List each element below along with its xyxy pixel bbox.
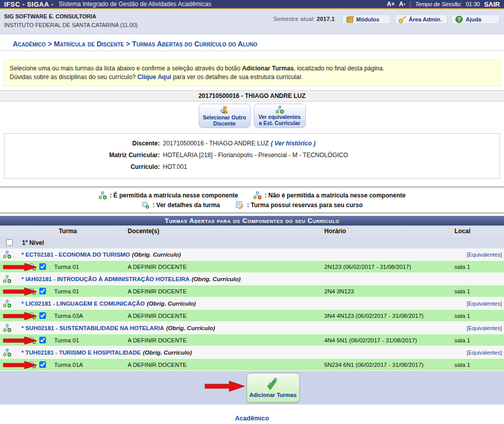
select-level-checkbox[interactable]	[6, 239, 13, 246]
class-local: sala 1	[454, 264, 504, 270]
class-select-checkbox[interactable]	[39, 337, 46, 343]
class-local: sala 1	[454, 362, 504, 368]
class-local: sala 1	[454, 313, 504, 319]
breadcrumb: Acadêmico > Matrícula de Discente > Turm…	[0, 38, 504, 51]
person-search-icon	[220, 106, 229, 114]
student-header-band: 201710500016 - THIAGO ANDRE LUZ	[0, 90, 504, 102]
component-allowed-icon	[3, 275, 11, 283]
class-docente: A DEFINIR DOCENTE	[128, 313, 324, 319]
component-allowed-icon	[3, 348, 11, 357]
class-select-checkbox[interactable]	[39, 361, 46, 368]
key-icon	[398, 15, 406, 23]
divider: |	[410, 1, 411, 8]
class-horario: 2N4 3N123	[324, 288, 454, 294]
session-timer-value: 01:30	[466, 1, 480, 7]
course-row: * TUH02181 - TURISMO E HOSPITALIDADE (Ob…	[0, 346, 504, 359]
font-decrease-button[interactable]: A-	[399, 1, 405, 8]
table-footer-band: Adicionar Turmas	[0, 371, 504, 405]
student-details-box: Discente: 201710500016 - THIAGO ANDRE LU…	[4, 133, 500, 179]
course-title-link[interactable]: * LIC02181 - LINGUAGEM E COMUNICAÇÃO	[21, 301, 145, 307]
action-buttons-row: Selecionar OutroDiscente Ver equivalente…	[0, 104, 504, 128]
font-increase-button[interactable]: A+	[387, 1, 395, 8]
class-select-checkbox[interactable]	[39, 288, 46, 294]
class-turma: Turma 01	[51, 288, 128, 294]
course-title-link[interactable]: * IAH02181 - INTRODUÇÃO À ADMINISTRAÇÃO …	[21, 276, 189, 282]
instructions-box: Selecione uma ou mais turmas da lista ab…	[3, 60, 501, 86]
course-title-link[interactable]: * ECT02181 - ECONOMIA DO TURISMO	[21, 252, 130, 258]
col-docentes: Docente(s)	[128, 228, 324, 235]
reserved-class-icon	[235, 201, 244, 209]
legend-line2: : Ver detalhes da turma : Turma possui r…	[0, 200, 504, 210]
class-select-checkbox[interactable]	[39, 263, 46, 270]
select-other-student-button[interactable]: Selecionar OutroDiscente	[199, 104, 251, 128]
component-allowed-icon	[3, 324, 11, 332]
equivalents-link[interactable]: [Equivalentes]	[467, 350, 502, 356]
class-docente: A DEFINIR DOCENTE	[128, 288, 324, 294]
red-arrow-annotation	[3, 287, 38, 296]
instructions-line2: Dúvidas sobre as disciplinas do seu curr…	[10, 73, 494, 82]
red-arrow-annotation	[3, 361, 38, 369]
modules-button[interactable]: Módulos	[342, 14, 391, 24]
class-horario: 2N123 (06/02/2017 - 31/08/2017)	[324, 264, 454, 270]
class-row: Turma 01A A DEFINIR DOCENTE 5N234 6N1 (0…	[0, 359, 504, 371]
detail-row-curriculo: Currículo: HOT.001	[5, 161, 499, 173]
red-arrow-annotation	[3, 312, 38, 320]
system-name: Sistema Integrado de Gestão de Atividade…	[59, 1, 211, 8]
class-row: Turma 01 A DEFINIR DOCENTE 2N4 3N123 sal…	[0, 285, 504, 297]
academico-link[interactable]: Acadêmico	[235, 415, 269, 422]
ver-historico-link[interactable]: ( Ver histórico )	[271, 138, 316, 149]
top-bar: IFSC - SIGAA - Sistema Integrado de Gest…	[0, 0, 504, 9]
help-icon	[455, 15, 463, 23]
help-button[interactable]: Ajuda	[451, 14, 500, 24]
course-title-link[interactable]: * SUH02181 - SUSTENTABILIDADE NA HOTELAR…	[21, 325, 164, 331]
red-arrow-annotation	[205, 381, 246, 392]
class-row: Turma 01 A DEFINIR DOCENTE 2N123 (06/02/…	[0, 261, 504, 273]
breadcrumb-trail[interactable]: Acadêmico > Matrícula de Discente > Turm…	[13, 40, 257, 48]
admin-area-button[interactable]: Área Admin.	[395, 14, 447, 24]
class-local: sala 1	[454, 288, 504, 294]
legend-line1: : É permitida a matrícula nesse componen…	[0, 190, 504, 200]
class-turma: Turma 01	[51, 337, 128, 343]
class-docente: A DEFINIR DOCENTE	[128, 264, 324, 270]
open-classes-table: Turmas Abertas para os Componentes do se…	[0, 216, 504, 405]
component-allowed-icon	[3, 251, 11, 259]
class-docente: A DEFINIR DOCENTE	[128, 362, 324, 368]
clique-aqui-link[interactable]: Clique Aqui	[137, 73, 171, 81]
table-header-row: Turma Docente(s) Horário Local	[0, 226, 504, 237]
table-caption: Turmas Abertas para os Componentes do se…	[0, 216, 504, 226]
equivalents-link[interactable]: [Equivalentes]	[467, 325, 502, 331]
course-row: * SUH02181 - SUSTENTABILIDADE NA HOTELAR…	[0, 322, 504, 334]
class-horario: 5N234 6N1 (06/02/2017 - 31/08/2017)	[324, 362, 454, 368]
divider	[0, 212, 504, 214]
class-horario: 4N4 5N1 (06/02/2017 - 31/08/2017)	[324, 337, 454, 343]
modules-box-icon	[346, 15, 354, 23]
matricula-not-allowed-icon	[253, 191, 261, 199]
course-title-link[interactable]: * TUH02181 - TURISMO E HOSPITALIDADE	[21, 350, 141, 356]
instructions-line1: Selecione uma ou mais turmas da lista ab…	[10, 64, 494, 73]
institution-name: SIG SOFTWARE E. CONSULTORIA	[4, 13, 137, 19]
detail-row-discente: Discente: 201710500016 - THIAGO ANDRE LU…	[5, 138, 499, 149]
matricula-allowed-icon	[99, 191, 107, 199]
class-docente: A DEFINIR DOCENTE	[128, 337, 324, 343]
red-arrow-annotation	[3, 263, 38, 271]
class-local: sala 1	[454, 337, 504, 343]
equivalents-link[interactable]: [Equivalentes]	[467, 252, 502, 258]
logout-button[interactable]: SAIR	[484, 1, 500, 8]
component-allowed-icon	[3, 300, 11, 308]
current-semester: Semestre atual: 2017.1	[273, 16, 334, 22]
equivalents-link[interactable]: [Equivalentes]	[467, 301, 502, 307]
course-row: * LIC02181 - LINGUAGEM E COMUNICAÇÃO (Ob…	[0, 297, 504, 310]
course-row: * ECT02181 - ECONOMIA DO TURISMO (Obrig.…	[0, 248, 504, 261]
adicionar-turmas-button[interactable]: Adicionar Turmas	[247, 373, 300, 403]
course-row: * IAH02181 - INTRODUÇÃO À ADMINISTRAÇÃO …	[0, 273, 504, 285]
double-check-icon	[266, 378, 280, 391]
class-turma: Turma 01A	[51, 362, 128, 368]
session-timer-label: Tempo de Sessão:	[415, 1, 462, 7]
component-equivalents-icon	[276, 106, 284, 114]
class-select-checkbox[interactable]	[39, 312, 46, 319]
col-turma: Turma	[51, 228, 128, 235]
institution-campus: INSTITUTO FEDERAL DE SANTA CATARINA (11.…	[4, 22, 137, 28]
view-equivalents-button[interactable]: Ver equivalentesa Est. Curricular	[254, 104, 306, 128]
red-arrow-annotation	[3, 336, 38, 345]
app-brand: IFSC - SIGAA -	[4, 1, 54, 8]
